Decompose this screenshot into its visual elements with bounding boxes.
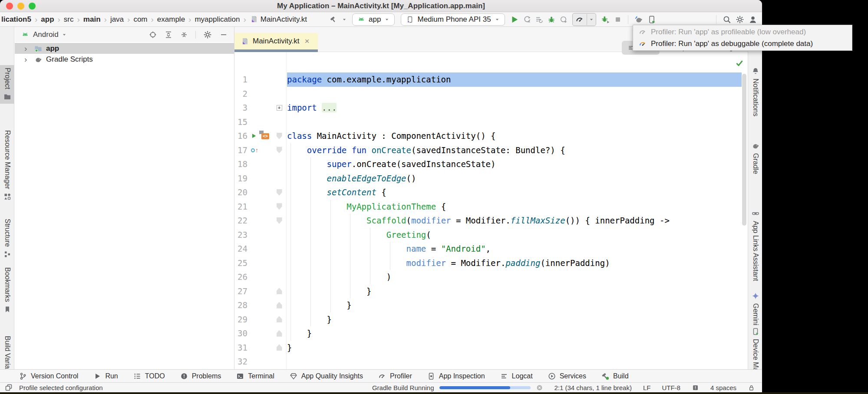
- debug-button[interactable]: [545, 14, 558, 25]
- tool-window-tab-project[interactable]: Project: [0, 65, 14, 104]
- play-circle-button[interactable]: [558, 14, 570, 25]
- fold-marker-icon[interactable]: [277, 302, 282, 309]
- search-everywhere-button[interactable]: [720, 13, 733, 26]
- code-view[interactable]: package com.example.myapplicationimport …: [287, 52, 748, 369]
- fold-marker-icon[interactable]: [277, 330, 282, 337]
- code-line[interactable]: ): [287, 270, 748, 284]
- apply-code-changes-button[interactable]: [533, 14, 545, 25]
- compose-gutter-icon[interactable]: <>: [259, 131, 270, 141]
- run-button[interactable]: [508, 13, 521, 26]
- breadcrumb-item[interactable]: myapplication: [194, 15, 240, 24]
- code-line[interactable]: modifier = Modifier.padding(innerPadding…: [287, 256, 748, 270]
- breadcrumb-item[interactable]: src: [63, 15, 74, 24]
- line-separator[interactable]: LF: [643, 384, 651, 391]
- file-encoding[interactable]: UTF-8: [662, 384, 680, 391]
- breadcrumb-item[interactable]: lication5: [1, 15, 32, 24]
- project-view-chevron-icon[interactable]: [61, 32, 67, 38]
- tool-window-button-todo[interactable]: TODO: [125, 370, 172, 382]
- project-options-button[interactable]: [203, 30, 212, 39]
- tool-window-button-version-control[interactable]: Version Control: [11, 370, 86, 382]
- code-line[interactable]: Greeting(: [287, 228, 748, 242]
- expand-all-button[interactable]: [164, 30, 173, 39]
- profile-avatar-button[interactable]: [746, 13, 759, 26]
- code-line[interactable]: Scaffold(modifier = Modifier.fillMaxSize…: [287, 213, 748, 228]
- breadcrumb-item[interactable]: app: [40, 15, 54, 24]
- expand-chevron-icon[interactable]: ›: [24, 44, 34, 53]
- fold-marker-icon[interactable]: [277, 217, 282, 224]
- code-line[interactable]: }: [287, 341, 748, 355]
- close-tab-icon[interactable]: ×: [304, 36, 309, 46]
- expand-chevron-icon[interactable]: ›: [24, 55, 34, 64]
- attach-debugger-button[interactable]: [599, 13, 612, 26]
- code-line[interactable]: import ...: [287, 101, 748, 115]
- fold-expand-icon[interactable]: +: [277, 105, 282, 111]
- code-line[interactable]: override fun onCreate(savedInstanceState…: [287, 143, 748, 158]
- code-line[interactable]: name = "Android",: [287, 242, 748, 256]
- override-gutter-icon[interactable]: ↑: [251, 146, 258, 154]
- tool-window-tab-notifications[interactable]: Notifications: [748, 64, 762, 119]
- menu-item-profile-debuggable[interactable]: Profiler: Run 'app' as debuggable (compl…: [633, 38, 852, 49]
- tool-window-button-services[interactable]: Services: [540, 370, 594, 382]
- run-configuration-selector[interactable]: app: [352, 13, 395, 26]
- code-line[interactable]: }: [287, 312, 748, 327]
- code-line[interactable]: }: [287, 326, 748, 341]
- hide-panel-button[interactable]: [219, 30, 228, 39]
- profiler-dropdown-chevron[interactable]: [587, 16, 596, 23]
- settings-button[interactable]: [733, 13, 746, 26]
- profiler-button[interactable]: [573, 14, 587, 25]
- tool-window-button-problems[interactable]: Problems: [172, 370, 229, 382]
- breadcrumb-item[interactable]: main: [83, 15, 101, 24]
- tree-item-gradle-scripts[interactable]: › Gradle Scripts: [15, 54, 234, 65]
- running-devices-button[interactable]: [645, 13, 658, 26]
- apply-changes-button[interactable]: A: [521, 14, 533, 25]
- code-line[interactable]: super.onCreate(savedInstanceState): [287, 157, 748, 171]
- fold-marker-icon[interactable]: [277, 189, 282, 196]
- tool-window-button-terminal[interactable]: Terminal: [228, 370, 281, 382]
- inspections-ok-icon[interactable]: [735, 58, 744, 68]
- tool-window-button-run[interactable]: Run: [86, 370, 125, 382]
- tool-window-tab-app-links-assistant[interactable]: App Links Assistant: [748, 207, 762, 284]
- code-line[interactable]: package com.example.myapplication: [287, 72, 748, 87]
- tool-window-button-app-inspection[interactable]: App Inspection: [419, 370, 492, 382]
- tool-window-button-profiler[interactable]: Profiler: [370, 370, 419, 382]
- breadcrumb-item[interactable]: MainActivity.kt: [249, 15, 307, 24]
- tool-window-button-logcat[interactable]: Logcat: [492, 370, 540, 382]
- code-line[interactable]: MyApplicationTheme {: [287, 200, 748, 214]
- gradle-sync-button[interactable]: [632, 13, 645, 26]
- tool-window-tab-structure[interactable]: Structure: [0, 216, 14, 261]
- code-line[interactable]: }: [287, 284, 748, 299]
- tool-window-tab-bookmarks[interactable]: Bookmarks: [0, 265, 14, 316]
- code-line[interactable]: }: [287, 298, 748, 312]
- indicator-icon[interactable]: [692, 384, 699, 391]
- code-line[interactable]: setContent {: [287, 185, 748, 200]
- build-options-chevron[interactable]: [340, 15, 349, 24]
- editor-tab-mainactivity[interactable]: MainActivity.kt ×: [234, 33, 318, 49]
- tool-window-button-build[interactable]: Build: [594, 370, 636, 382]
- device-selector[interactable]: Medium Phone API 35: [401, 13, 505, 26]
- indent-setting[interactable]: 4 spaces: [710, 384, 736, 391]
- fold-marker-icon[interactable]: [277, 133, 282, 139]
- breadcrumb-item[interactable]: com: [133, 15, 148, 24]
- fold-marker-icon[interactable]: [277, 203, 282, 210]
- tool-window-button-app-quality-insights[interactable]: App Quality Insights: [282, 370, 370, 382]
- run-gutter-icon[interactable]: [251, 133, 257, 139]
- code-line[interactable]: enableEdgeToEdge(): [287, 171, 748, 186]
- project-view-selector[interactable]: Android: [33, 30, 59, 39]
- fold-marker-icon[interactable]: [277, 316, 282, 322]
- build-hammer-button[interactable]: [327, 14, 340, 25]
- breadcrumb-item[interactable]: java: [110, 15, 124, 24]
- fold-marker-icon[interactable]: [277, 288, 282, 294]
- breadcrumb-item[interactable]: example: [157, 15, 185, 24]
- caret-position[interactable]: 2:1 (34 chars, 1 line break): [554, 384, 632, 391]
- stop-button[interactable]: [612, 14, 624, 25]
- select-opened-file-button[interactable]: [149, 30, 157, 39]
- tool-window-switcher-icon[interactable]: [4, 383, 13, 392]
- tree-item-app[interactable]: › app: [15, 43, 234, 54]
- tool-window-tab-gemini[interactable]: Gemini: [748, 289, 762, 328]
- code-line[interactable]: [287, 355, 748, 369]
- profiler-split-button[interactable]: [572, 13, 596, 26]
- tool-window-tab-gradle[interactable]: Gradle: [748, 139, 762, 177]
- menu-item-profile-low-overhead[interactable]: Profiler: Run 'app' as profileable (low …: [633, 26, 852, 38]
- code-line[interactable]: [287, 115, 748, 129]
- lock-icon[interactable]: [748, 384, 755, 391]
